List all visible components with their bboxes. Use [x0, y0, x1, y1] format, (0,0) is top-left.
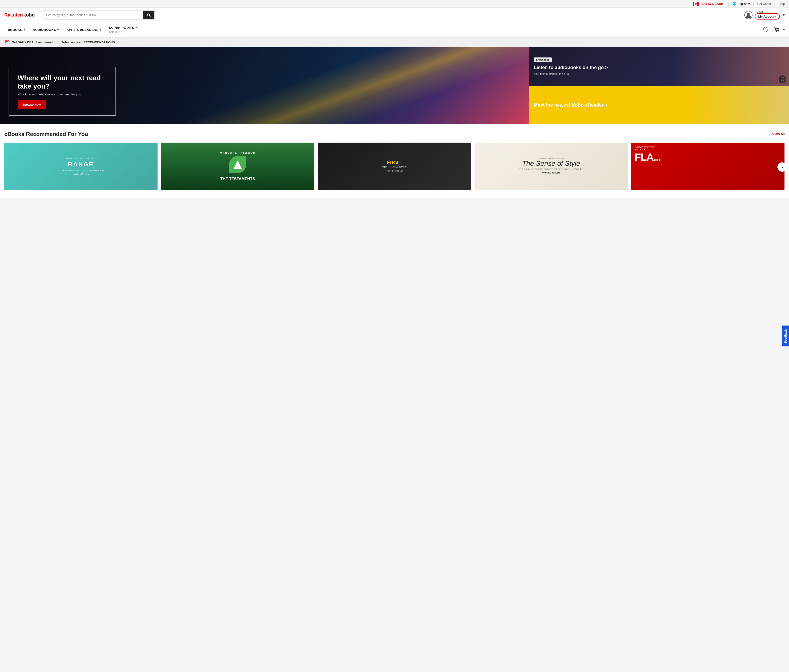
- help-link[interactable]: Help: [778, 2, 785, 6]
- nav-balance: Balance: 0: [109, 31, 122, 33]
- nav-right: ▾: [761, 25, 785, 35]
- book-style-desc: THE THINKING PERSON'S GUIDE TO WRITING I…: [519, 168, 583, 170]
- logo-link[interactable]: Rakuten kobo: [4, 12, 38, 18]
- book-testaments-bg: MARGARET ATWOOD THE TESTAMENTS: [161, 143, 314, 190]
- hero-audiobooks-banner[interactable]: Show apps Listen to audiobooks on the go…: [529, 47, 789, 86]
- book-style-author: STEVEN PINKER: [542, 172, 561, 175]
- book-style-title: The Sense of Style: [522, 160, 580, 167]
- books-row: #1 NEW YORK TIMES BESTSELLER RANGE WHY G…: [4, 143, 785, 191]
- language-selector[interactable]: 🌐 English: [732, 2, 750, 6]
- nav-ebooks-label: eBOOKS: [8, 28, 22, 32]
- search-input[interactable]: [43, 11, 143, 19]
- book-flash-bg: #1 NEW YORK TIMES MICH LE... FLA...: [631, 143, 784, 190]
- deals-label: Get DAILY DEALS and more!: [12, 41, 53, 44]
- nav-audiobooks[interactable]: AUDIOBOOKS ▾: [29, 24, 63, 35]
- book-froning-title: FIRST: [387, 160, 402, 165]
- browse-now-button[interactable]: Browse Now: [18, 100, 46, 109]
- book-flash-title: FLA...: [635, 153, 661, 162]
- account-info: Hi, John My Account: [755, 10, 780, 19]
- superpoints-chevron-icon: ▾: [136, 26, 137, 29]
- logo-kobo: kobo: [23, 12, 35, 18]
- book-style-bg: NEW YORK TIMES BESTSELLER The Sense of S…: [474, 143, 628, 190]
- hero-content: Where will your next read take you? eBoo…: [9, 67, 116, 116]
- book-flash[interactable]: #1 NEW YORK TIMES MICH LE... FLA...: [631, 143, 784, 191]
- book-flash-cover: #1 NEW YORK TIMES MICH LE... FLA...: [631, 143, 784, 190]
- book-froning-desc: WHAT IT TAKES TO WIN: [382, 166, 407, 168]
- show-apps-tag[interactable]: Show apps: [534, 57, 552, 62]
- view-all-link[interactable]: View all: [772, 132, 785, 136]
- main-nav: eBOOKS ▾ AUDIOBOOKS ▾ APPS & eREADERS ▾ …: [0, 22, 789, 38]
- lang-chevron-icon: [748, 2, 750, 6]
- book-range[interactable]: #1 NEW YORK TIMES BESTSELLER RANGE WHY G…: [4, 143, 158, 191]
- nav-apps[interactable]: APPS & eREADERS ▾: [63, 24, 105, 35]
- svg-rect-2: [697, 2, 699, 6]
- promo-text[interactable]: Get $15, John!: [702, 2, 723, 6]
- book-froning[interactable]: FIRST WHAT IT TAKES TO WIN RICH FRONING: [318, 143, 471, 191]
- book-range-cover: #1 NEW YORK TIMES BESTSELLER RANGE WHY G…: [4, 143, 158, 190]
- recommendations-notif[interactable]: John, see your RECOMMENDATIONS: [62, 41, 119, 44]
- my-account-button[interactable]: My Account: [755, 13, 780, 19]
- hero-main: Where will your next read take you? eBoo…: [0, 47, 529, 124]
- globe-icon: 🌐: [732, 2, 736, 6]
- account-hi: Hi, John: [755, 10, 780, 13]
- book-testaments[interactable]: MARGARET ATWOOD THE TESTAMENTS: [161, 143, 314, 191]
- book-style[interactable]: NEW YORK TIMES BESTSELLER The Sense of S…: [474, 143, 628, 191]
- nav-apps-label: APPS & eREADERS: [67, 28, 99, 32]
- hero-subtitle: eBook recommendations chosen just for yo…: [18, 92, 107, 96]
- book-froning-author: RICH FRONING: [386, 170, 403, 172]
- canada-flag-icon: [693, 2, 699, 6]
- nav-audiobooks-label: AUDIOBOOKS: [33, 28, 56, 32]
- hero-ereader-banner[interactable]: Meet the newest Kobo eReader >: [529, 86, 789, 124]
- book-range-author: DAVID EPSTEIN: [73, 173, 89, 175]
- search-icon: [147, 13, 151, 17]
- book-range-badge: #1 NEW YORK TIMES BESTSELLER: [65, 157, 97, 159]
- svg-point-5: [747, 13, 750, 15]
- logo-rakuten: Rakuten: [4, 12, 23, 18]
- nav-ebooks[interactable]: eBOOKS ▾: [4, 24, 29, 35]
- apps-chevron-icon: ▾: [100, 28, 101, 31]
- wishlist-button[interactable]: [761, 25, 770, 35]
- section-header: eBooks Recommended For You View all: [4, 131, 785, 137]
- svg-rect-0: [693, 2, 694, 6]
- book-range-bg: #1 NEW YORK TIMES BESTSELLER RANGE WHY G…: [4, 143, 158, 190]
- header: Rakuten kobo Hi, John My Account ▾: [0, 8, 789, 22]
- book-froning-cover: FIRST WHAT IT TAKES TO WIN RICH FRONING: [318, 143, 471, 190]
- books-section: eBooks Recommended For You View all #1 N…: [0, 124, 789, 198]
- hero-audiobooks-image: [672, 47, 789, 86]
- deals-notif[interactable]: 🚩 Get DAILY DEALS and more!: [4, 40, 57, 45]
- svg-point-7: [778, 31, 778, 32]
- book-testaments-cover: MARGARET ATWOOD THE TESTAMENTS: [161, 143, 314, 190]
- book-testaments-shape: [229, 156, 246, 173]
- book-range-title: RANGE: [68, 161, 94, 168]
- top-bar: Get $15, John! | 🌐 English | Gift Cards …: [0, 0, 789, 8]
- giftcards-link[interactable]: Gift Cards: [757, 2, 771, 6]
- book-range-desc: WHY GENERALISTS TRIUMPH IN A SPECIALIZED…: [57, 169, 104, 171]
- nav-superpoints-label: SUPER POINTS: [109, 26, 134, 29]
- search-button[interactable]: [143, 11, 154, 19]
- search-bar: [43, 11, 155, 19]
- hero-ereader-title[interactable]: Meet the newest Kobo eReader >: [534, 102, 608, 108]
- book-testaments-title: THE TESTAMENTS: [220, 177, 255, 181]
- hero-side: Show apps Listen to audiobooks on the go…: [529, 47, 789, 124]
- notification-bar: 🚩 Get DAILY DEALS and more! John, see yo…: [0, 38, 789, 47]
- heart-icon: [763, 27, 768, 33]
- book-style-cover: NEW YORK TIMES BESTSELLER The Sense of S…: [474, 143, 628, 190]
- book-testaments-author: MARGARET ATWOOD: [220, 151, 256, 154]
- audiobooks-chevron-icon: ▾: [57, 28, 59, 31]
- hero-ereader-link[interactable]: Meet the newest Kobo eReader >: [534, 102, 608, 108]
- recommendations-label: John, see your RECOMMENDATIONS: [62, 41, 115, 44]
- deals-flag-icon: 🚩: [4, 40, 10, 45]
- ebooks-chevron-icon: ▾: [24, 28, 25, 31]
- cart-chevron-icon: ▾: [783, 28, 785, 32]
- section-title: eBooks Recommended For You: [4, 131, 88, 137]
- account-area[interactable]: Hi, John My Account ▾: [744, 10, 785, 19]
- hero-ereader-image: [685, 86, 789, 124]
- hero-title: Where will your next read take you?: [18, 74, 107, 90]
- account-chevron-icon: ▾: [783, 13, 785, 18]
- hero-section: Where will your next read take you? eBoo…: [0, 47, 789, 124]
- nav-superpoints[interactable]: SUPER POINTS ▾ Balance: 0: [105, 22, 141, 37]
- account-icon: [744, 11, 753, 19]
- headphone-icon: 🎧: [779, 75, 786, 83]
- cart-button[interactable]: [772, 25, 781, 35]
- book-flash-author: MICH LE...: [635, 148, 648, 151]
